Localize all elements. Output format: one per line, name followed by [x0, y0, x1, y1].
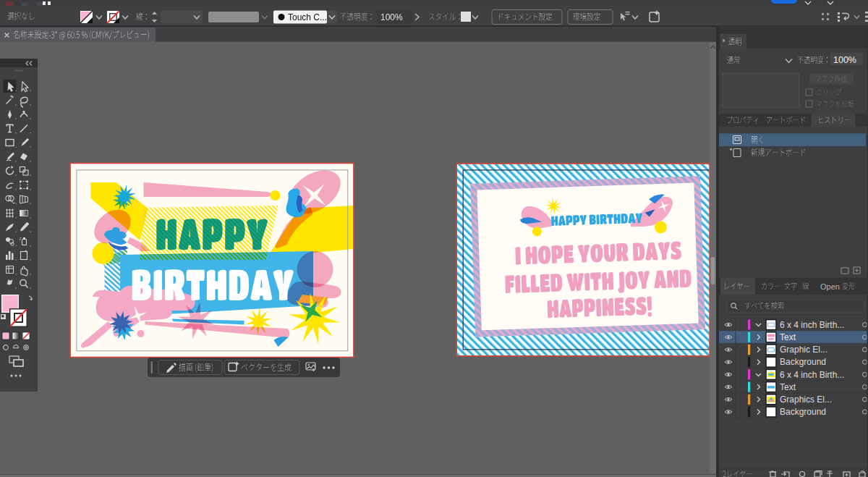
- svg-text:Touch C...: Touch C...: [288, 12, 327, 22]
- svg-text:Background: Background: [780, 407, 826, 417]
- svg-text:Graphic El...: Graphic El...: [780, 345, 827, 355]
- svg-text:Graphics El...: Graphics El...: [780, 394, 832, 405]
- svg-text:100%: 100%: [833, 55, 856, 65]
- svg-text:6 x 4 inch Birth...: 6 x 4 inch Birth...: [780, 370, 844, 380]
- svg-text:Text: Text: [780, 382, 796, 392]
- svg-text:Open: Open: [820, 282, 840, 291]
- svg-text:Background: Background: [780, 357, 826, 367]
- svg-text:6 x 4 inch Birth...: 6 x 4 inch Birth...: [780, 320, 844, 330]
- svg-text:Text: Text: [780, 332, 796, 342]
- svg-text:100%: 100%: [380, 12, 403, 22]
